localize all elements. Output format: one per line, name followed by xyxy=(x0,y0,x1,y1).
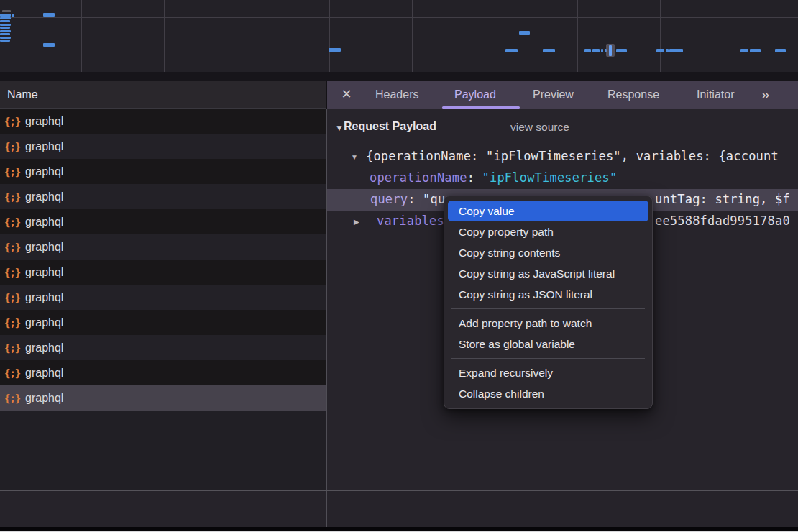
column-header-name[interactable]: Name xyxy=(0,81,326,109)
waterfall-bar[interactable] xyxy=(0,33,10,35)
json-row-operationname[interactable]: operationName: "ipFlowTimeseries" xyxy=(327,168,798,189)
menu-item-add-property-watch[interactable]: Add property path to watch xyxy=(444,313,652,334)
overview-selection-marker-line xyxy=(609,45,612,56)
network-request-row[interactable]: {;}graphql xyxy=(0,184,326,209)
json-string-value: "qu xyxy=(423,192,445,206)
waterfall-bar[interactable] xyxy=(740,49,748,52)
waterfall-bar[interactable] xyxy=(0,17,11,19)
network-request-row[interactable]: {;}graphql xyxy=(0,159,326,184)
overview-bottom-gap xyxy=(0,72,798,81)
request-name: graphql xyxy=(25,291,63,304)
json-request-icon: {;} xyxy=(4,216,23,228)
menu-item-expand-recursively[interactable]: Expand recursively xyxy=(444,362,652,383)
menu-item-copy-string-js[interactable]: Copy string as JavaScript literal xyxy=(444,263,652,284)
waterfall-bar[interactable] xyxy=(669,49,683,52)
waterfall-bar[interactable] xyxy=(0,27,10,29)
overview-gridline xyxy=(164,0,165,72)
network-request-row[interactable]: {;}graphql xyxy=(0,310,326,335)
waterfall-bar[interactable] xyxy=(43,13,55,17)
waterfall-bar[interactable] xyxy=(616,49,627,52)
menu-item-copy-string-json[interactable]: Copy string as JSON literal xyxy=(444,284,652,305)
waterfall-bar[interactable] xyxy=(0,30,11,32)
overview-gridline xyxy=(247,0,247,72)
json-colon: : xyxy=(408,192,423,206)
network-request-row[interactable]: {;}graphql xyxy=(0,285,326,310)
network-request-row[interactable]: {;}graphql xyxy=(0,335,326,360)
menu-separator xyxy=(451,308,645,309)
json-request-icon: {;} xyxy=(4,166,23,178)
close-icon[interactable]: ✕ xyxy=(337,81,356,109)
request-name: graphql xyxy=(25,367,63,380)
json-key: operationName xyxy=(370,170,467,185)
tab-response[interactable]: Response xyxy=(607,81,659,109)
waterfall-bar[interactable] xyxy=(601,49,603,52)
json-request-icon: {;} xyxy=(4,393,23,404)
context-menu: Copy value Copy property path Copy strin… xyxy=(444,196,653,409)
expand-caret-icon[interactable]: ▶ xyxy=(354,218,359,226)
menu-group-watch: Add property path to watch Store as glob… xyxy=(444,313,652,354)
menu-item-copy-string-contents[interactable]: Copy string contents xyxy=(444,242,652,263)
menu-item-store-global[interactable]: Store as global variable xyxy=(444,334,652,354)
json-summary-row[interactable]: ▼ {operationName: "ipFlowTimeseries", va… xyxy=(327,146,798,168)
waterfall-bar[interactable] xyxy=(592,49,600,52)
json-request-icon: {;} xyxy=(4,191,23,203)
json-request-icon: {;} xyxy=(4,242,23,253)
waterfall-bar[interactable] xyxy=(0,14,11,17)
request-name: graphql xyxy=(25,216,63,229)
waterfall-bar[interactable] xyxy=(750,49,761,52)
json-request-icon: {;} xyxy=(4,141,23,152)
waterfall-bar[interactable] xyxy=(12,14,14,17)
request-list: {;}graphql {;}graphql {;}graphql {;}grap… xyxy=(0,109,326,490)
network-request-row[interactable]: {;}graphql xyxy=(0,234,326,260)
tab-payload[interactable]: Payload xyxy=(454,81,496,109)
waterfall-bar[interactable] xyxy=(666,49,669,52)
network-request-row[interactable]: {;}graphql xyxy=(0,209,326,234)
menu-item-copy-property-path[interactable]: Copy property path xyxy=(444,221,652,242)
more-tabs-icon[interactable]: » xyxy=(761,81,769,109)
menu-item-collapse-children[interactable]: Collapse children xyxy=(444,383,652,404)
json-request-icon: {;} xyxy=(4,267,23,278)
view-source-link[interactable]: view source xyxy=(510,121,569,134)
devtools-network-panel: Name {;}graphql {;}graphql {;}graphql {;… xyxy=(0,0,798,532)
tab-preview[interactable]: Preview xyxy=(533,81,574,109)
waterfall-bar[interactable] xyxy=(505,49,518,52)
waterfall-bar[interactable] xyxy=(0,24,11,26)
waterfall-bar[interactable] xyxy=(0,37,11,39)
network-request-row[interactable]: {;}graphql xyxy=(0,134,326,159)
request-name: graphql xyxy=(25,392,63,405)
network-request-row[interactable]: {;}graphql xyxy=(0,360,326,385)
tab-initiator[interactable]: Initiator xyxy=(697,81,734,109)
json-string-continuation: untTag: string, $f xyxy=(655,192,790,206)
json-request-icon: {;} xyxy=(4,116,23,127)
waterfall-bar[interactable] xyxy=(584,49,591,52)
json-summary-text: {operationName: "ipFlowTimeseries", vari… xyxy=(366,149,779,163)
collapse-caret-icon[interactable]: ▼ xyxy=(335,123,344,133)
json-request-icon: {;} xyxy=(4,367,23,379)
waterfall-bar-gray[interactable] xyxy=(2,10,11,12)
network-request-row[interactable]: {;}graphql xyxy=(0,385,326,411)
network-request-row[interactable]: {;}graphql xyxy=(0,109,326,134)
tab-headers[interactable]: Headers xyxy=(375,81,418,109)
network-overview[interactable] xyxy=(0,0,798,72)
waterfall-bar[interactable] xyxy=(0,20,10,22)
overview-gridline xyxy=(412,0,413,72)
waterfall-bar[interactable] xyxy=(43,43,55,47)
request-name: graphql xyxy=(25,115,63,128)
request-name: graphql xyxy=(25,316,63,329)
request-payload-section: ▼ Request Payload view source xyxy=(327,118,798,139)
network-request-row[interactable]: {;}graphql xyxy=(0,260,326,285)
overview-gridline xyxy=(743,0,743,72)
expand-caret-icon[interactable]: ▼ xyxy=(351,153,358,161)
request-name: graphql xyxy=(25,165,63,178)
menu-item-copy-value[interactable]: Copy value xyxy=(448,201,648,221)
section-title: Request Payload xyxy=(344,120,436,133)
waterfall-bar[interactable] xyxy=(775,49,786,52)
json-key: query xyxy=(370,192,408,206)
json-request-icon: {;} xyxy=(4,342,23,354)
waterfall-bar[interactable] xyxy=(543,49,555,52)
waterfall-bar[interactable] xyxy=(0,40,10,42)
waterfall-bar[interactable] xyxy=(519,31,530,35)
json-request-icon: {;} xyxy=(4,317,23,329)
waterfall-bar[interactable] xyxy=(656,49,664,52)
waterfall-bar[interactable] xyxy=(329,48,341,52)
